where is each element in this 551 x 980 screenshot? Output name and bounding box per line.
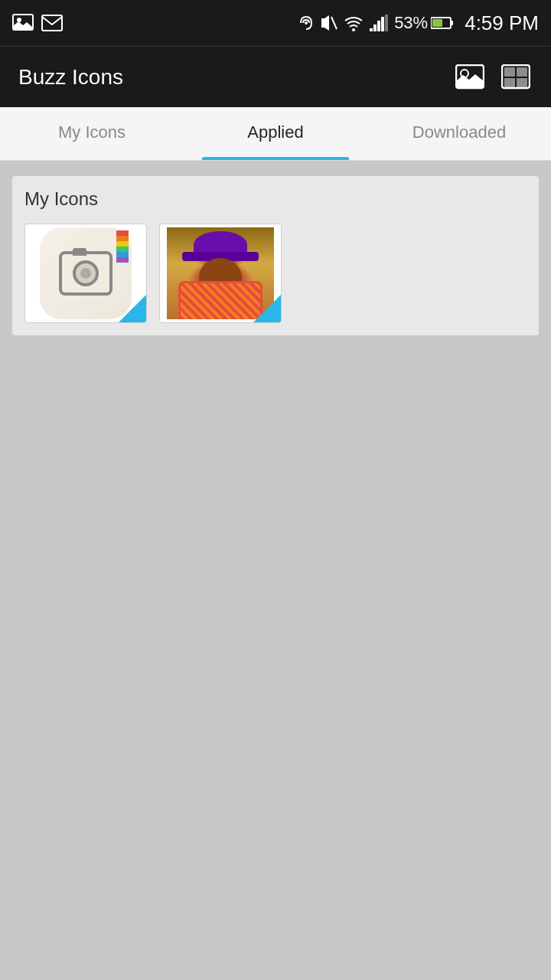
- person-shirt: [178, 281, 262, 319]
- svg-rect-11: [385, 15, 388, 31]
- svg-rect-2: [42, 15, 62, 31]
- tab-downloaded[interactable]: Downloaded: [367, 107, 551, 160]
- my-icons-section: My Icons: [12, 176, 539, 335]
- svg-point-1: [17, 18, 21, 22]
- person-photo: [167, 227, 274, 319]
- svg-rect-4: [321, 18, 325, 28]
- tab-my-icons[interactable]: My Icons: [0, 107, 184, 160]
- svg-point-3: [305, 21, 308, 24]
- tab-my-icons-label: My Icons: [58, 122, 126, 142]
- app-title: Buzz Icons: [18, 65, 123, 90]
- instagram-icon-item[interactable]: [24, 224, 147, 323]
- svg-rect-7: [370, 28, 373, 31]
- app-bar: Buzz Icons: [0, 46, 551, 107]
- nfc-icon: [298, 12, 315, 34]
- camera-flash: [73, 248, 86, 256]
- tab-bar: My Icons Applied Downloaded: [0, 107, 551, 161]
- grid-view-button[interactable]: [499, 60, 533, 94]
- image-view-icon: [455, 64, 484, 90]
- instagram-icon-graphic: [40, 227, 132, 319]
- picture-icon: [12, 14, 34, 32]
- section-title: My Icons: [24, 188, 527, 210]
- svg-rect-14: [432, 19, 442, 27]
- signal-icon: [370, 15, 388, 31]
- color-strip: [116, 230, 129, 263]
- tab-applied[interactable]: Applied: [184, 107, 367, 160]
- status-bar-right: 53% 4:59 PM: [298, 11, 539, 35]
- camera-lens: [73, 260, 99, 286]
- status-time: 4:59 PM: [465, 11, 539, 35]
- svg-rect-21: [504, 78, 515, 87]
- app-bar-actions: [453, 60, 533, 94]
- person-icon-item[interactable]: [159, 224, 282, 323]
- status-bar: 53% 4:59 PM: [0, 0, 551, 46]
- content-area: My Icons: [0, 161, 551, 363]
- svg-rect-19: [504, 67, 515, 77]
- image-view-button[interactable]: [453, 60, 487, 94]
- status-bar-left: [12, 14, 63, 32]
- svg-rect-22: [517, 78, 527, 87]
- shirt-pattern: [181, 283, 260, 319]
- battery-percent: 53%: [394, 13, 428, 33]
- mute-icon: [321, 12, 337, 34]
- wifi-icon: [344, 15, 364, 31]
- svg-line-5: [331, 17, 337, 29]
- svg-rect-9: [377, 21, 380, 31]
- svg-point-6: [352, 28, 355, 31]
- grid-view-icon: [501, 64, 530, 90]
- gmail-icon: [41, 15, 63, 31]
- battery-container: 53%: [394, 13, 454, 33]
- battery-icon: [431, 16, 454, 30]
- tab-downloaded-label: Downloaded: [412, 122, 506, 142]
- camera-lens-inner: [80, 268, 91, 279]
- svg-rect-8: [373, 24, 377, 31]
- svg-rect-20: [517, 67, 527, 77]
- tab-applied-label: Applied: [247, 122, 303, 142]
- svg-rect-10: [381, 17, 384, 31]
- icon-grid: [24, 224, 527, 323]
- svg-rect-13: [451, 21, 453, 25]
- camera-body: [59, 251, 112, 296]
